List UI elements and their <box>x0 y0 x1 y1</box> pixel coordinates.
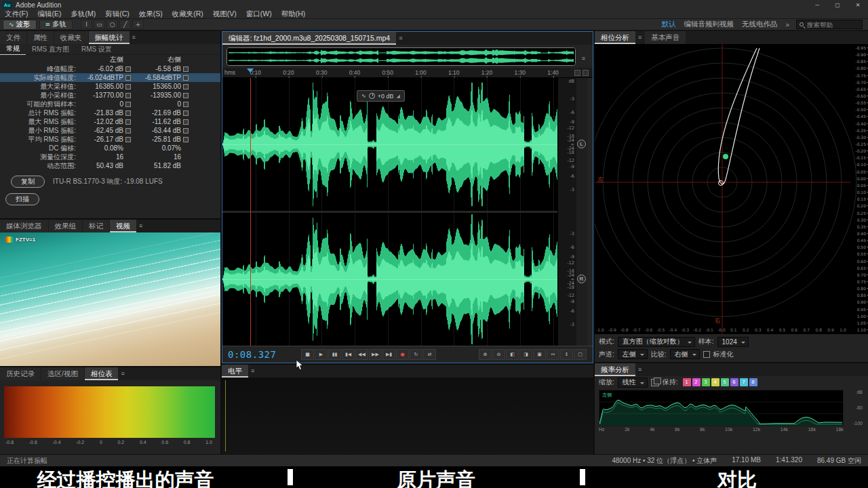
peak-marker-button[interactable] <box>125 102 131 107</box>
stat-row-11[interactable]: 动态范围:50.43 dB51.82 dB <box>0 161 220 170</box>
media-panel-menu-icon[interactable]: ≡ <box>137 220 146 232</box>
menu-item-2[interactable]: 多轨(M) <box>66 9 100 19</box>
stats-subtab-1[interactable]: RMS 直方图 <box>26 44 75 55</box>
media-tab-视频[interactable]: 视频 <box>110 220 136 232</box>
peak-marker-button[interactable] <box>125 66 131 72</box>
overview-waveform-canvas[interactable] <box>227 48 575 65</box>
hold-button-8[interactable]: 8 <box>749 378 757 386</box>
time-display[interactable]: 0:08.327 <box>228 349 290 360</box>
peak-marker-button[interactable] <box>183 75 189 81</box>
stat-row-2[interactable]: 最大采样值:16385.0015365.00 <box>0 82 220 91</box>
media-tab-效果组[interactable]: 效果组 <box>49 220 83 232</box>
zoom-out-point-button[interactable]: ◨ <box>519 349 532 360</box>
editor-panel-menu-icon[interactable]: ≡ <box>397 32 406 45</box>
spectrum-canvas[interactable] <box>599 390 843 426</box>
samples-select[interactable]: 1024 <box>717 337 749 347</box>
zoom-out-button[interactable]: ⊖ <box>492 349 505 360</box>
scan-button[interactable]: 扫描 <box>5 193 39 205</box>
waveform-canvas[interactable] <box>222 78 557 346</box>
history-panel-menu-icon[interactable]: ≡ <box>119 367 127 380</box>
hold-button-2[interactable]: 2 <box>692 378 701 386</box>
hold-button-3[interactable]: 3 <box>702 378 710 386</box>
stat-row-1[interactable]: 实际峰值幅度:-6.024dBTP-6.584dBTP <box>0 73 220 82</box>
time-selection-tool[interactable]: I <box>81 20 92 29</box>
menu-item-5[interactable]: 收藏夹(R) <box>167 9 208 19</box>
phase-panel-menu-icon[interactable]: ≡ <box>636 31 645 44</box>
menu-item-3[interactable]: 剪辑(C) <box>100 9 134 19</box>
zoom-in-point-button[interactable]: ◧ <box>506 349 519 360</box>
video-preview[interactable]: FZTV=1 <box>0 232 220 366</box>
workspace-overflow-chevron[interactable]: » <box>785 21 789 28</box>
channel-badge-r[interactable]: R <box>577 274 586 283</box>
fast-forward-button[interactable]: ▶▶ <box>369 349 382 360</box>
move-tool[interactable]: + <box>132 20 144 29</box>
stat-row-10[interactable]: 测量位深度:1616 <box>0 152 220 161</box>
multitrack-mode-button[interactable]: ≡ 多轨 <box>39 20 73 30</box>
minimize-button[interactable]: ─ <box>807 2 827 8</box>
peak-marker-button[interactable] <box>183 102 189 107</box>
record-button[interactable]: ● <box>396 349 409 360</box>
snap-icon[interactable] <box>574 70 580 76</box>
media-tab-标记[interactable]: 标记 <box>83 220 109 232</box>
peak-marker-button[interactable] <box>125 110 131 116</box>
channel-badge-l[interactable]: L <box>577 140 586 148</box>
menu-item-4[interactable]: 效果(S) <box>134 9 167 19</box>
levels-tab[interactable]: 电平 <box>222 365 248 378</box>
loop-playback-button[interactable]: ↻ <box>410 349 422 360</box>
peak-marker-button[interactable] <box>183 119 189 125</box>
peak-marker-button[interactable] <box>125 93 131 98</box>
peak-marker-button[interactable] <box>183 84 189 89</box>
waveform-display[interactable]: ∿ +0 dB ◢ <box>222 78 557 346</box>
stat-row-8[interactable]: 平均 RMS 振幅:-26.17 dB-25.81 dB <box>0 135 220 144</box>
spectrum-plot[interactable]: 左侧 <box>599 390 844 426</box>
menu-item-6[interactable]: 视图(V) <box>208 9 241 19</box>
phase-tab-相位分析[interactable]: 相位分析 <box>595 31 635 44</box>
normalize-checkbox[interactable] <box>703 351 710 358</box>
peak-marker-button[interactable] <box>183 110 189 116</box>
close-button[interactable]: ✕ <box>848 2 868 8</box>
stats-panel-menu-icon[interactable]: ≡ <box>130 31 139 44</box>
overview-menu-icon[interactable]: ≡ <box>580 52 589 62</box>
maximize-button[interactable]: ▢ <box>827 2 848 8</box>
pin-icon[interactable]: ◢ <box>396 94 399 99</box>
workspace-1[interactable]: 编辑音频到视频 <box>684 20 734 29</box>
copy-button[interactable]: 复制 <box>11 176 45 188</box>
levels-menu-icon[interactable]: ≡ <box>249 365 258 378</box>
zoom-vertical-button[interactable]: ↕ <box>560 349 573 360</box>
stats-tab-收藏夹[interactable]: 收藏夹 <box>54 31 88 44</box>
channel-select[interactable]: 左侧 <box>618 349 648 359</box>
search-input[interactable] <box>807 21 859 28</box>
peak-marker-button[interactable] <box>183 66 189 72</box>
peak-marker-button[interactable] <box>183 128 189 134</box>
stat-row-9[interactable]: DC 偏移:0.08%0.07% <box>0 144 220 152</box>
play-button[interactable]: ▶ <box>315 349 328 360</box>
history-tab-相位表[interactable]: 相位表 <box>85 367 119 380</box>
mode-select[interactable]: 直方图（缩放对数） <box>618 337 695 347</box>
reset-zoom-button[interactable]: ▢ <box>574 349 587 360</box>
hold-button-6[interactable]: 6 <box>730 378 738 386</box>
hold-button-5[interactable]: 5 <box>721 378 729 386</box>
history-tab-选区/视图[interactable]: 选区/视图 <box>41 367 84 380</box>
stats-tab-文件[interactable]: 文件 <box>0 31 26 44</box>
freq-tab[interactable]: 频率分析 <box>595 363 635 376</box>
history-tab-历史记录[interactable]: 历史记录 <box>0 367 41 380</box>
freq-menu-icon[interactable]: ≡ <box>636 363 645 376</box>
editor-tab[interactable]: 编辑器: fz1hd_2000.m3u8_20250308_150715.mp4 <box>222 32 396 45</box>
hold-button-4[interactable]: 4 <box>711 378 719 386</box>
zoom-selection-button[interactable]: ▣ <box>533 349 546 360</box>
stat-row-6[interactable]: 最大 RMS 振幅:-12.02 dB-11.62 dB <box>0 117 220 126</box>
stat-row-4[interactable]: 可能的剪辑样本:00 <box>0 100 220 108</box>
menu-item-7[interactable]: 窗口(W) <box>241 9 277 19</box>
phase-scope[interactable]: -0.95-0.90-0.85-0.80-0.75-0.70-0.65-0.60… <box>595 44 868 334</box>
rewind-button[interactable]: ◀◀ <box>355 349 368 360</box>
peak-marker-button[interactable] <box>183 137 189 142</box>
stop-button[interactable]: ■ <box>301 349 314 360</box>
hold-button-7[interactable]: 7 <box>740 378 748 386</box>
stats-tab-属性[interactable]: 属性 <box>27 31 54 44</box>
lasso-selection-tool[interactable]: ○ <box>106 20 118 29</box>
phase-tab-基本声音[interactable]: 基本声音 <box>645 31 686 44</box>
skip-to-start-button[interactable]: ▮◀ <box>342 349 355 360</box>
zoom-full-button[interactable]: ↔ <box>547 349 559 360</box>
menu-item-8[interactable]: 帮助(H) <box>277 9 311 19</box>
paintbrush-selection-tool[interactable]: ╱ <box>119 20 131 29</box>
